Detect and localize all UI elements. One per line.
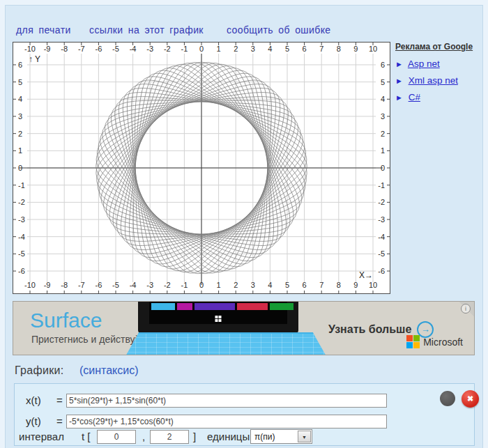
svg-text:5: 5 — [381, 78, 385, 86]
interval-label: интервал — [19, 431, 64, 442]
t-bracket-open: t [ — [82, 431, 91, 442]
svg-text:-8: -8 — [61, 281, 68, 289]
equals-sign: = — [56, 415, 63, 427]
x-equation-input[interactable] — [66, 394, 387, 408]
svg-text:0: 0 — [18, 164, 22, 172]
ad-link-row[interactable]: ► Xml asp net — [395, 75, 485, 86]
svg-text:-2: -2 — [164, 45, 171, 53]
equals-sign: = — [56, 394, 63, 406]
y-equation-input[interactable] — [66, 415, 387, 428]
svg-text:-1: -1 — [378, 181, 385, 190]
plot-svg: -10-10-9-9-8-8-7-7-6-6-5-5-4-4-3-3-2-2-1… — [13, 43, 390, 293]
svg-text:2: 2 — [234, 281, 238, 289]
ad-link-csharp[interactable]: C# — [409, 92, 420, 102]
svg-text:-8: -8 — [61, 45, 68, 53]
learn-more-label: Узнать больше — [328, 323, 411, 336]
nav-link-report-error[interactable]: сообщить об ошибке — [227, 24, 331, 36]
chevron-down-icon[interactable]: ▼ — [298, 431, 311, 442]
svg-text:4: 4 — [268, 45, 272, 53]
comma-separator: , — [142, 431, 145, 442]
svg-text:3: 3 — [18, 112, 22, 121]
svg-text:3: 3 — [381, 112, 385, 121]
svg-text:8: 8 — [337, 45, 341, 53]
svg-text:-5: -5 — [112, 281, 119, 289]
svg-text:-6: -6 — [378, 267, 385, 275]
svg-text:-4: -4 — [378, 233, 385, 241]
bullet-arrow-icon: ► — [395, 77, 403, 85]
curve-color-button[interactable] — [440, 391, 455, 406]
units-selected-value: π(пи) — [254, 432, 275, 442]
svg-text:-7: -7 — [78, 281, 85, 289]
svg-text:X→: X→ — [359, 270, 373, 280]
ad-link-xml-aspnet[interactable]: Xml asp net — [409, 75, 458, 86]
svg-text:0: 0 — [381, 164, 385, 172]
svg-text:6: 6 — [303, 281, 307, 289]
windows-logo-icon — [215, 316, 222, 322]
start-tile — [195, 303, 235, 310]
surface-brand: Surface — [30, 309, 102, 332]
svg-text:3: 3 — [251, 45, 255, 53]
ads-header: Реклама от Google — [395, 42, 485, 52]
ads-sidebar: Реклама от Google ► Asp net ► Xml asp ne… — [395, 42, 485, 109]
interval-to-input[interactable] — [150, 430, 189, 444]
touch-cover-keyboard-image — [125, 332, 327, 355]
svg-text:-3: -3 — [146, 281, 153, 289]
svg-text:-10: -10 — [24, 45, 36, 53]
svg-text:5: 5 — [18, 78, 22, 86]
svg-text:10: 10 — [369, 281, 377, 289]
svg-text:9: 9 — [353, 45, 358, 53]
svg-text:-2: -2 — [18, 198, 25, 206]
svg-text:-9: -9 — [44, 45, 51, 53]
interval-from-input[interactable] — [97, 430, 136, 444]
svg-text:0: 0 — [199, 45, 204, 53]
svg-text:↑ Y: ↑ Y — [29, 54, 40, 64]
svg-text:6: 6 — [381, 61, 385, 69]
microsoft-logo: Microsoft — [406, 335, 463, 348]
svg-text:1: 1 — [217, 45, 221, 53]
svg-text:-6: -6 — [96, 281, 102, 289]
svg-text:5: 5 — [285, 281, 289, 289]
svg-text:6: 6 — [303, 45, 307, 53]
svg-text:-4: -4 — [130, 281, 137, 289]
svg-text:-4: -4 — [130, 45, 137, 53]
svg-text:4: 4 — [381, 95, 385, 103]
svg-text:-2: -2 — [378, 198, 385, 206]
svg-text:-6: -6 — [18, 267, 25, 275]
ad-info-icon[interactable]: i — [461, 304, 471, 314]
surface-tablet-image — [138, 302, 298, 334]
syntax-link[interactable]: (синтаксис) — [79, 364, 139, 376]
svg-text:2: 2 — [381, 130, 385, 138]
svg-text:-5: -5 — [18, 249, 25, 258]
start-screen-tiles — [151, 303, 293, 310]
svg-text:-3: -3 — [146, 45, 153, 53]
svg-text:-6: -6 — [96, 45, 102, 53]
parametric-plot[interactable]: -10-10-9-9-8-8-7-7-6-6-5-5-4-4-3-3-2-2-1… — [13, 42, 390, 294]
svg-text:-9: -9 — [44, 281, 51, 289]
microsoft-logo-icon — [406, 335, 420, 348]
nav-link-print[interactable]: для печати — [16, 24, 71, 36]
ad-link-row[interactable]: ► C# — [395, 92, 485, 102]
tablet-screen — [149, 302, 287, 324]
svg-text:-1: -1 — [181, 281, 188, 289]
delete-graph-button[interactable]: ✖ — [462, 390, 479, 408]
svg-text:4: 4 — [18, 95, 22, 103]
svg-text:-1: -1 — [18, 181, 25, 190]
svg-text:-10: -10 — [24, 281, 36, 289]
ad-link-row[interactable]: ► Asp net — [395, 59, 485, 69]
bracket-close: ] — [193, 431, 196, 442]
svg-text:8: 8 — [337, 281, 341, 289]
start-tile — [177, 303, 192, 310]
svg-text:-1: -1 — [181, 45, 188, 53]
units-label: единицы: — [207, 431, 252, 442]
surface-ad-banner[interactable]: Surface Пристегнись и действуй Узнать бо… — [13, 301, 475, 355]
units-select[interactable]: π(пи) ▼ — [250, 429, 312, 444]
svg-text:9: 9 — [353, 281, 358, 289]
graphs-header: Графики: (синтаксис) — [15, 364, 139, 377]
svg-text:-2: -2 — [164, 281, 171, 289]
svg-text:1: 1 — [381, 146, 385, 155]
x-equation-label: x(t) — [26, 394, 41, 406]
microsoft-wordmark: Microsoft — [423, 337, 463, 348]
nav-link-share[interactable]: ссылки на этот график — [89, 24, 204, 36]
start-tile — [270, 303, 293, 310]
ad-link-aspnet[interactable]: Asp net — [408, 59, 440, 69]
